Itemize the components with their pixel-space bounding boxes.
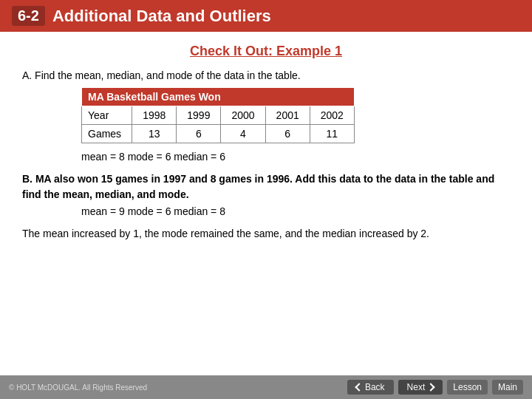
table-column-row: Year 1998 1999 2000 2001 2002 (82, 106, 355, 125)
part-b-result: mean = 9 mode = 6 median = 8 (81, 205, 510, 217)
footer: © HOLT McDOUGAL. All Rights Reserved Bac… (0, 375, 532, 399)
part-b-text: B. MA also won 15 games in 1997 and 8 ga… (22, 171, 510, 202)
table-row: Games 13 6 4 6 11 (82, 125, 355, 143)
lesson-badge: 6-2 (12, 6, 45, 26)
footer-buttons: Back Next Lesson Main (347, 380, 523, 395)
next-label: Next (407, 382, 426, 392)
copyright-text: © HOLT McDOUGAL. All Rights Reserved (9, 383, 147, 392)
col-1999: 1999 (177, 106, 221, 125)
next-arrow-icon (427, 383, 435, 391)
cell-1998: 13 (132, 125, 177, 143)
part-a: A. Find the mean, median, and mode of th… (22, 69, 510, 163)
back-button[interactable]: Back (347, 380, 394, 395)
col-2000: 2000 (221, 106, 265, 125)
back-arrow-icon (355, 383, 363, 391)
section-title: Check It Out: Example 1 (22, 44, 510, 59)
col-2001: 2001 (265, 106, 310, 125)
next-button[interactable]: Next (398, 380, 443, 395)
row-label-games: Games (82, 125, 132, 143)
part-b: B. MA also won 15 games in 1997 and 8 ga… (22, 171, 510, 217)
col-year: Year (82, 106, 132, 125)
main-button[interactable]: Main (492, 380, 523, 395)
table-header-row: MA Basketball Games Won (82, 88, 355, 106)
header-title: Additional Data and Outliers (52, 7, 271, 26)
lesson-button[interactable]: Lesson (447, 380, 488, 395)
content-area: Check It Out: Example 1 A. Find the mean… (0, 32, 532, 253)
cell-1999: 6 (177, 125, 221, 143)
basketball-table: MA Basketball Games Won Year 1998 1999 2… (81, 87, 355, 143)
part-a-label: A. Find the mean, median, and mode of th… (22, 69, 301, 81)
cell-2001: 6 (265, 125, 310, 143)
table-caption: MA Basketball Games Won (82, 88, 355, 106)
col-1998: 1998 (132, 106, 177, 125)
col-2002: 2002 (310, 106, 354, 125)
conclusion-text: The mean increased by 1, the mode remain… (22, 226, 510, 242)
header: 6-2 Additional Data and Outliers (0, 0, 532, 32)
part-a-result: mean = 8 mode = 6 median = 6 (81, 151, 510, 163)
cell-2000: 4 (221, 125, 265, 143)
back-label: Back (365, 382, 385, 392)
part-a-text: A. Find the mean, median, and mode of th… (22, 69, 510, 81)
cell-2002: 11 (310, 125, 354, 143)
table-container: MA Basketball Games Won Year 1998 1999 2… (81, 87, 510, 143)
